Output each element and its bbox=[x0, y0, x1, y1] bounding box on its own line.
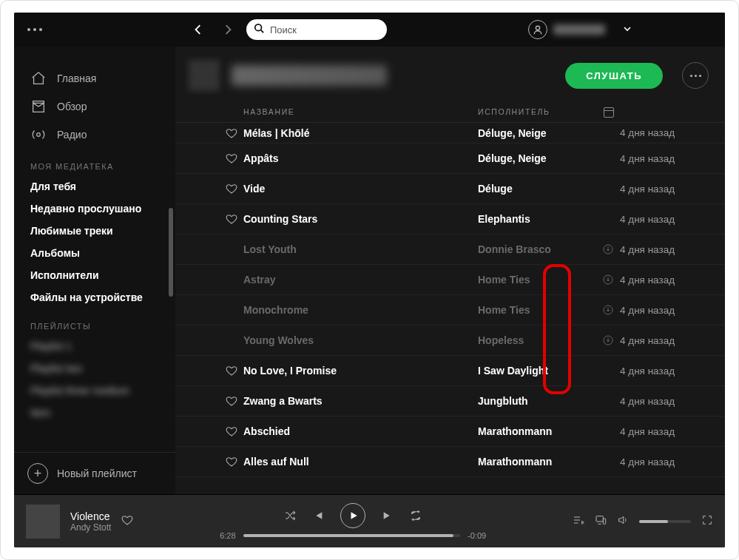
track-date: 4 дня назад bbox=[620, 426, 709, 437]
back-button[interactable] bbox=[187, 18, 209, 41]
like-button[interactable] bbox=[220, 152, 243, 164]
previous-button[interactable] bbox=[312, 510, 324, 522]
shuffle-button[interactable] bbox=[284, 510, 296, 522]
track-row[interactable]: Young WolvesHopeless4 дня назад bbox=[175, 325, 725, 356]
track-artist[interactable]: Jungbluth bbox=[478, 395, 596, 407]
repeat-button[interactable] bbox=[410, 510, 422, 522]
track-artist[interactable]: Déluge, Neige bbox=[478, 127, 596, 139]
library-for-you[interactable]: Для тебя bbox=[14, 175, 175, 198]
track-artist[interactable]: Déluge, Neige bbox=[478, 152, 596, 164]
playlists-section-title: ПЛЕЙЛИСТЫ bbox=[14, 308, 175, 335]
nav-browse[interactable]: Обзор bbox=[14, 92, 175, 121]
track-row[interactable]: VideDéluge4 дня назад bbox=[175, 174, 725, 204]
track-title: Astray bbox=[243, 274, 478, 286]
like-button[interactable] bbox=[220, 425, 243, 437]
forward-button[interactable] bbox=[217, 18, 239, 41]
calendar-icon[interactable] bbox=[604, 107, 614, 118]
track-artist[interactable]: Marathonmann bbox=[478, 456, 596, 468]
like-button[interactable] bbox=[220, 127, 243, 139]
track-title: Appâts bbox=[243, 152, 478, 164]
track-date: 4 дня назад bbox=[620, 274, 709, 286]
track-row[interactable]: AppâtsDéluge, Neige4 дня назад bbox=[175, 144, 725, 174]
playlist-item[interactable]: Item bbox=[14, 402, 175, 424]
track-title: Vide bbox=[243, 183, 478, 195]
like-button[interactable] bbox=[220, 213, 243, 225]
track-row[interactable]: MonochromeHome Ties4 дня назад bbox=[175, 295, 725, 325]
search-input[interactable] bbox=[270, 24, 379, 36]
playlist-item[interactable]: Playlist 1 bbox=[14, 335, 175, 357]
track-row[interactable]: Alles auf NullMarathonmann4 дня назад bbox=[175, 447, 725, 477]
play-playlist-button[interactable]: СЛУШАТЬ bbox=[565, 63, 663, 89]
track-artist[interactable]: Hopeless bbox=[478, 334, 596, 346]
download-icon[interactable] bbox=[596, 274, 620, 286]
track-title: Young Wolves bbox=[243, 334, 478, 346]
nav-label: Главная bbox=[57, 72, 96, 84]
track-artist[interactable]: Marathonmann bbox=[478, 425, 596, 437]
play-pause-button[interactable] bbox=[340, 503, 365, 528]
now-playing-artist[interactable]: Andy Stott bbox=[70, 522, 111, 533]
volume-icon[interactable] bbox=[617, 514, 629, 529]
volume-slider[interactable] bbox=[639, 520, 691, 523]
now-playing-cover[interactable] bbox=[26, 505, 60, 539]
track-row[interactable]: No Love, I PromiseI Saw Daylight4 дня на… bbox=[175, 356, 725, 386]
new-playlist-button[interactable]: + Новый плейлист bbox=[14, 452, 175, 494]
queue-button[interactable] bbox=[573, 514, 584, 529]
download-icon[interactable] bbox=[596, 304, 620, 316]
track-row[interactable]: Zwang a BwartsJungbluth4 дня назад bbox=[175, 386, 725, 416]
track-artist[interactable]: Home Ties bbox=[478, 304, 596, 316]
like-button[interactable] bbox=[220, 365, 243, 377]
new-playlist-label: Новый плейлист bbox=[57, 468, 137, 479]
playlist-item[interactable]: Playlist two bbox=[14, 357, 175, 379]
playlist-item[interactable]: Playlist three medium bbox=[14, 379, 175, 402]
library-albums[interactable]: Альбомы bbox=[14, 242, 175, 264]
track-date: 4 дня назад bbox=[620, 396, 709, 407]
library-liked[interactable]: Любимые треки bbox=[14, 220, 175, 242]
library-local[interactable]: Файлы на устройстве bbox=[14, 286, 175, 308]
track-title: Monochrome bbox=[243, 304, 478, 316]
track-date: 4 дня назад bbox=[620, 244, 709, 255]
track-artist[interactable]: Déluge bbox=[478, 183, 596, 195]
chevron-down-icon bbox=[623, 23, 632, 36]
column-artist[interactable]: ИСПОЛНИТЕЛЬ bbox=[478, 107, 596, 118]
like-now-playing-button[interactable] bbox=[121, 514, 133, 529]
next-button[interactable] bbox=[382, 510, 394, 522]
track-row[interactable]: Counting StarsElephantis4 дня назад bbox=[175, 204, 725, 235]
track-artist[interactable]: Donnie Brasco bbox=[478, 243, 596, 255]
nav-radio[interactable]: Радио bbox=[14, 121, 175, 149]
fullscreen-button[interactable] bbox=[701, 514, 713, 529]
more-options-button[interactable] bbox=[682, 62, 709, 89]
like-button[interactable] bbox=[220, 395, 243, 407]
profile-menu[interactable] bbox=[528, 20, 632, 39]
column-title[interactable]: НАЗВАНИЕ bbox=[243, 107, 478, 118]
track-title: Zwang a Bwarts bbox=[243, 395, 478, 407]
library-artists[interactable]: Исполнители bbox=[14, 264, 175, 286]
progress-bar[interactable] bbox=[243, 534, 461, 537]
library-recent[interactable]: Недавно прослушано bbox=[14, 198, 175, 220]
like-button[interactable] bbox=[220, 183, 243, 195]
download-icon[interactable] bbox=[596, 243, 620, 255]
track-artist[interactable]: I Saw Daylight bbox=[478, 365, 596, 377]
search-field[interactable] bbox=[246, 19, 387, 40]
nav-home[interactable]: Главная bbox=[14, 64, 175, 92]
track-artist[interactable]: Home Ties bbox=[478, 274, 596, 286]
track-title: Lost Youth bbox=[243, 243, 478, 255]
remaining-time: -0:09 bbox=[468, 531, 486, 540]
app-menu-button[interactable] bbox=[27, 28, 42, 31]
track-artist[interactable]: Elephantis bbox=[478, 213, 596, 225]
like-button[interactable] bbox=[220, 456, 243, 468]
svg-rect-13 bbox=[603, 519, 605, 524]
track-row[interactable]: Mélas | KhōléDéluge, Neige4 дня назад bbox=[175, 123, 725, 144]
playlist-cover bbox=[189, 60, 220, 91]
profile-username bbox=[553, 24, 605, 35]
track-row[interactable]: AbschiedMarathonmann4 дня назад bbox=[175, 416, 725, 447]
track-row[interactable]: Lost YouthDonnie Brasco4 дня назад bbox=[175, 235, 725, 265]
track-date: 4 дня назад bbox=[620, 183, 709, 195]
elapsed-time: 6:28 bbox=[220, 531, 235, 540]
download-icon[interactable] bbox=[596, 334, 620, 346]
track-row[interactable]: AstrayHome Ties4 дня назад bbox=[175, 265, 725, 295]
devices-button[interactable] bbox=[595, 514, 607, 529]
search-icon bbox=[254, 23, 264, 36]
track-date: 4 дня назад bbox=[620, 127, 709, 138]
sidebar-scrollbar[interactable] bbox=[169, 208, 173, 297]
now-playing-title[interactable]: Violence bbox=[70, 510, 111, 522]
